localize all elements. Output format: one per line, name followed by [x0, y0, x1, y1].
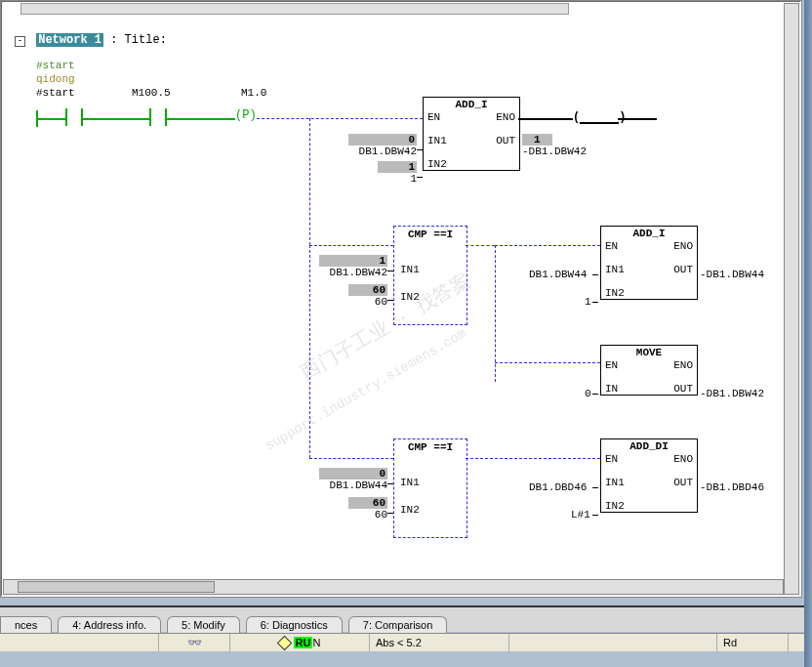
- watermark-url: support.industry.siemens.com: [263, 325, 469, 453]
- block-add-di[interactable]: ADD_DI ENENO IN1OUT IN2: [600, 438, 698, 513]
- in1-add2: DB1.DBW44: [529, 269, 587, 280]
- in2-cmp1: 60 60: [348, 284, 387, 308]
- output-coil[interactable]: (): [573, 110, 626, 124]
- contact-start[interactable]: [65, 108, 83, 126]
- in2-add-di: L#1: [571, 509, 590, 521]
- block-add-i-2[interactable]: ADD_I ENENO IN1OUT IN2: [600, 226, 698, 300]
- tab-comparison[interactable]: 7: Comparison: [348, 616, 448, 633]
- block-cmp-1[interactable]: CMP ==I IN1 IN2: [393, 226, 467, 325]
- tab-strip: nces 4: Address info. 5: Modify 6: Diagn…: [0, 605, 808, 632]
- in1-cmp2: 0 DB1.DBW44: [319, 468, 387, 491]
- state-diamond-icon: [276, 635, 292, 650]
- out-move: -DB1.DBW42: [700, 388, 764, 399]
- block-move[interactable]: MOVE ENENO INOUT: [600, 345, 698, 396]
- network-title-prefix: : Title:: [110, 33, 167, 47]
- block-title: ADD_I: [424, 98, 519, 111]
- window-edge: [804, 0, 812, 667]
- block-add-i-1[interactable]: ADD_I ENENO IN1OUT IN2: [423, 97, 520, 171]
- collapse-icon[interactable]: -: [15, 36, 25, 47]
- block-cmp-2[interactable]: CMP ==I IN1 IN2: [393, 438, 467, 538]
- edge-p[interactable]: (P): [235, 108, 257, 122]
- ladder-area[interactable]: #start qidong #start M100.5 M1.0 (P) ADD…: [36, 60, 788, 587]
- sym-qidong: qidong: [36, 73, 75, 85]
- branch-h1: [309, 245, 393, 246]
- monitor-icon[interactable]: 👓: [187, 636, 202, 649]
- branch-v1: [309, 118, 310, 245]
- contact-label-m1005: M100.5: [132, 87, 171, 99]
- contact-label-m10: M1.0: [241, 87, 266, 99]
- wire: [167, 118, 235, 120]
- split-ruler[interactable]: [20, 3, 569, 15]
- editor-frame: - Network 1 : Title: #start qidong #star…: [0, 0, 802, 598]
- network-header: - Network 1 : Title:: [15, 33, 167, 47]
- in1-add-di: DB1.DBD46: [529, 481, 587, 493]
- in1-val-add1: 0 DB1.DBW42: [348, 134, 417, 157]
- contact-label-start: #start: [36, 87, 75, 99]
- wire: [83, 118, 149, 120]
- h-scroll-thumb[interactable]: [18, 581, 215, 593]
- out-val-add1: 1 -DB1.DBW42: [522, 134, 587, 157]
- in2-add2: 1: [585, 296, 591, 308]
- in2-cmp2: 60 60: [348, 497, 387, 521]
- tab-prev[interactable]: nces: [0, 616, 52, 633]
- status-bar: 👓 RUN Abs < 5.2 Rd: [0, 633, 808, 651]
- status-abs: Abs < 5.2: [370, 634, 509, 651]
- out-add2: -DB1.DBW44: [700, 269, 764, 280]
- network-label[interactable]: Network 1: [36, 33, 103, 47]
- tab-address-info[interactable]: 4: Address info.: [58, 616, 161, 633]
- wire-dashed: [257, 118, 423, 119]
- sym-start: #start: [36, 60, 75, 71]
- v-scrollbar[interactable]: [784, 3, 799, 595]
- in1-cmp1: 1 DB1.DBW42: [319, 255, 387, 278]
- run-state: RU: [294, 637, 313, 648]
- tab-modify[interactable]: 5: Modify: [167, 616, 240, 633]
- h-scrollbar[interactable]: [3, 579, 784, 595]
- tab-diagnostics[interactable]: 6: Diagnostics: [246, 616, 343, 633]
- out-add-di: -DB1.DBD46: [700, 481, 764, 493]
- contact-m1005[interactable]: [149, 108, 167, 126]
- eno-line: [518, 118, 573, 120]
- in-move: 0: [585, 388, 591, 399]
- wire: [38, 118, 65, 120]
- in2-val-add1: 1 1: [378, 161, 417, 185]
- status-rd: Rd: [717, 634, 789, 651]
